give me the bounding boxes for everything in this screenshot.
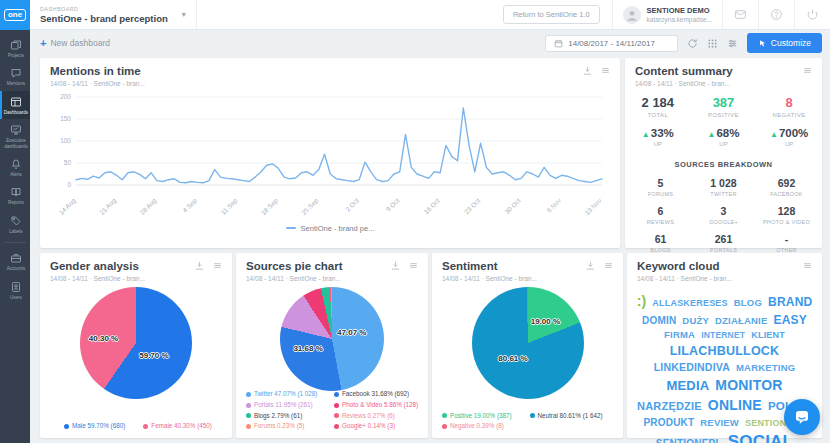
mentions-line-chart[interactable]: 05010015020014 Aug21 Aug28 Aug4 Sep11 Se… (50, 89, 610, 223)
messages-button[interactable] (722, 0, 758, 29)
sidebar-item-labels[interactable]: Labels (0, 210, 30, 238)
widget-menu-icon[interactable] (600, 65, 611, 76)
legend-dot (334, 424, 339, 429)
legend-item-google+[interactable]: Google+ 0.14% (3) (334, 421, 422, 432)
user-menu[interactable]: SENTIONE DEMO katarzyna.kempadse... (612, 0, 722, 29)
executive-dashboards-icon (10, 124, 22, 136)
pie-slice-label: 47.07 % (337, 328, 366, 337)
legend-item-facebook[interactable]: Facebook 31.68% (692) (334, 389, 422, 400)
legend-text: Positive 19.00% (387) (450, 411, 512, 422)
change-stat: ▲700% UP (756, 127, 822, 147)
download-icon[interactable] (194, 260, 205, 271)
widget-title: Content summary (635, 65, 733, 78)
sidebar-item-mentions[interactable]: Mentions (0, 62, 30, 90)
keyword-firma[interactable]: FIRMA (664, 329, 695, 342)
change-direction: UP (625, 141, 691, 147)
pointer-icon (758, 39, 767, 48)
new-dashboard-button[interactable]: + New dashboard (40, 37, 110, 49)
keyword-monitor[interactable]: MONITOR (715, 376, 782, 395)
keyword-online[interactable]: ONLINE (708, 396, 762, 415)
keyword-internet[interactable]: INTERNET (701, 330, 745, 341)
sidebar-item-reports[interactable]: Reports (0, 181, 30, 209)
legend-item-neutral[interactable]: Neutral 80.61% (1 642) (530, 411, 618, 422)
x-axis-tick: 21 Aug (98, 196, 118, 216)
keyword-sentionepl[interactable]: SENTIONEPL (656, 437, 722, 443)
keyword-review[interactable]: REVIEW (700, 417, 739, 430)
calendar-icon (554, 39, 563, 48)
sidebar-item-dashboards[interactable]: Dashboards (0, 91, 30, 119)
download-icon[interactable] (582, 65, 593, 76)
sources-pie-chart[interactable]: 47.07 %31.68 % (280, 287, 384, 391)
y-axis-tick: 100 (60, 137, 71, 144)
keyword-social[interactable]: SOCIAL (728, 431, 793, 443)
widget-menu-icon[interactable] (802, 65, 813, 76)
sidebar-item-alerts[interactable]: Alerts (0, 153, 30, 181)
chat-launcher-button[interactable] (784, 399, 820, 435)
sentiment-pie-chart[interactable]: 19.00 %80.61 % (472, 287, 584, 399)
legend-item-reviews[interactable]: Reviews 0.27% (6) (334, 411, 422, 422)
legend-item-female[interactable]: Female 40.30% (450) (143, 421, 212, 432)
legend-item-forums[interactable]: Forums 0.23% (5) (246, 421, 334, 432)
legend-text: Photo & Video 5.86% (128) (342, 400, 418, 411)
labels-icon (10, 215, 22, 227)
keyword-allaskereses[interactable]: ALLASKERESES (652, 297, 727, 309)
date-range-picker[interactable]: 14/08/2017 - 14/11/2017 (545, 35, 678, 52)
keyword-duży[interactable]: DUŻY (682, 315, 709, 328)
legend-item-portals[interactable]: Portals 11.95% (261) (246, 400, 334, 411)
widget-menu-icon[interactable] (408, 260, 419, 271)
legend-text: Female 40.30% (450) (151, 421, 212, 432)
keyword-produkt[interactable]: PRODUKT (643, 416, 694, 430)
y-axis-tick: 0 (67, 181, 71, 188)
download-icon[interactable] (585, 260, 596, 271)
sidebar-item-users[interactable]: Users (0, 276, 30, 304)
sidebar-item-accounts[interactable]: Accounts (0, 247, 30, 275)
help-button[interactable] (758, 0, 794, 29)
line-chart-legend[interactable]: SentiOne - brand pe... (40, 224, 620, 233)
keyword-klient[interactable]: KLIENT (751, 329, 785, 341)
sentione-logo[interactable]: one (0, 0, 30, 30)
keyword-linkedindiva[interactable]: LINKEDINDIVA (654, 360, 730, 374)
breakdown-twitter: 1 028 TWITTER (692, 177, 755, 197)
reports-icon (10, 186, 22, 198)
x-axis-tick: 25 Sep (300, 196, 320, 216)
legend-item-negative[interactable]: Negative 0.39% (8) (442, 421, 530, 432)
legend-text: Forums 0.23% (5) (254, 421, 304, 432)
keyword-blog[interactable]: BLOG (734, 297, 762, 310)
sidebar-item-projects[interactable]: Projects (0, 34, 30, 62)
return-to-sentione-button[interactable]: Return to SentiOne 1.0 (503, 5, 600, 24)
layout-settings-button[interactable] (727, 38, 738, 49)
sidebar-item-executive-dashboards[interactable]: Executive dashboards (0, 119, 30, 153)
x-axis-tick: 30 Oct (503, 196, 522, 215)
gender-pie-chart[interactable]: 59.70 %40.30 % (80, 287, 192, 399)
keyword-lilachbullock[interactable]: LILACHBULLOCK (670, 343, 780, 360)
power-icon (806, 8, 819, 21)
legend-text: Twitter 47.07% (1 028) (254, 389, 317, 400)
widget-menu-icon[interactable] (802, 260, 813, 271)
stat-label: NEGATIVE (756, 112, 822, 118)
widget-menu-icon[interactable] (212, 260, 223, 271)
widget-title: Sentiment (442, 260, 537, 273)
legend-item-twitter[interactable]: Twitter 47.07% (1 028) (246, 389, 334, 400)
keyword-media[interactable]: MEDIA (666, 377, 709, 395)
legend-item-photo-video[interactable]: Photo & Video 5.86% (128) (334, 400, 422, 411)
legend-item-blogs[interactable]: Blogs 2.79% (61) (246, 411, 334, 422)
new-dashboard-label: New dashboard (50, 38, 110, 48)
keyword-działanie[interactable]: DZIAŁANIE (715, 315, 767, 328)
customize-button[interactable]: Customize (747, 33, 822, 53)
keyword-marketing[interactable]: MARKETING (736, 362, 795, 375)
keyword-easy[interactable]: EASY (774, 312, 807, 328)
widget-menu-icon[interactable] (603, 260, 614, 271)
legend-item-male[interactable]: Male 59.70% (680) (64, 421, 125, 432)
download-icon[interactable] (390, 260, 401, 271)
keyword-brand[interactable]: BRAND (768, 294, 812, 310)
legend-dot (442, 413, 447, 418)
logout-button[interactable] (794, 0, 830, 29)
keyword-narzędzie[interactable]: NARZĘDZIE (637, 399, 702, 414)
widgets-grid-button[interactable] (707, 38, 718, 49)
legend-dot (246, 403, 251, 408)
dashboard-selector[interactable]: Dashboard SentiOne - brand perception ▾ (30, 0, 197, 29)
refresh-button[interactable] (687, 38, 698, 49)
keyword-domin[interactable]: DOMIN (642, 314, 676, 328)
keyword--)[interactable]: :) (637, 292, 647, 311)
legend-item-positive[interactable]: Positive 19.00% (387) (442, 411, 530, 422)
